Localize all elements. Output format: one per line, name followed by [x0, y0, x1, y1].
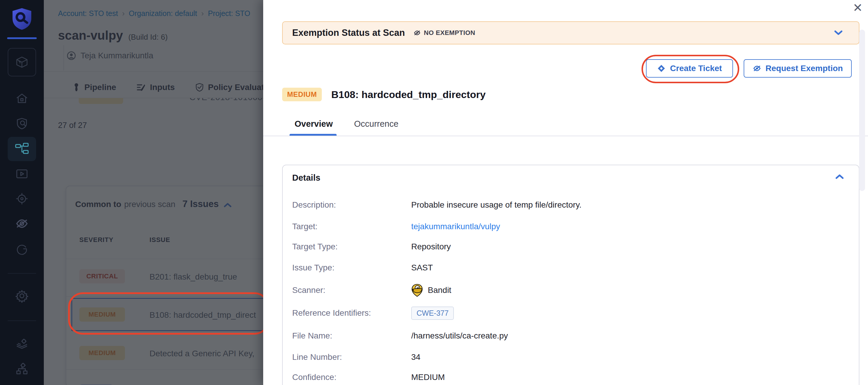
pipelines-icon — [14, 143, 29, 155]
banner-title: Exemption Status at Scan — [292, 28, 405, 38]
detail-row-scanner: Scanner: Bandit — [292, 283, 451, 297]
detail-value: MEDIUM — [411, 373, 445, 382]
gear-icon — [15, 289, 29, 303]
annotation-highlight-selected-row — [68, 292, 270, 335]
sto-logo-icon[interactable] — [0, 7, 44, 31]
nav-org-settings-button[interactable] — [0, 336, 44, 350]
details-card: Details Description: Probable insecure u… — [282, 165, 860, 385]
detail-row-description: Description: Probable insecure usage of … — [292, 198, 582, 212]
detail-label: Description: — [292, 200, 411, 210]
chevron-up-icon[interactable] — [835, 174, 844, 179]
nav-home-button[interactable] — [0, 92, 44, 106]
request-exemption-button[interactable]: Request Exemption — [744, 59, 852, 78]
detail-value: Repository — [411, 242, 451, 251]
detail-label: Target: — [292, 222, 411, 231]
issue-severity-badge: MEDIUM — [282, 88, 322, 101]
eye-slash-icon — [752, 64, 762, 72]
eye-slash-icon — [15, 217, 29, 230]
layers-gear-icon — [15, 336, 29, 350]
bandit-scanner-icon — [411, 284, 423, 297]
chevron-down-icon[interactable] — [834, 30, 843, 36]
active-module-indicator — [7, 37, 37, 39]
issue-title: B108: hardcoded_tmp_directory — [331, 89, 486, 100]
nav-exemptions-button[interactable] — [0, 217, 44, 230]
detail-row-line-number: Line Number: 34 — [292, 350, 421, 364]
detail-label: Confidence: — [292, 373, 411, 382]
target-link[interactable]: tejakummarikuntla/vulpy — [411, 222, 500, 231]
details-heading: Details — [292, 173, 320, 183]
home-icon — [15, 92, 29, 106]
detail-value: Bandit — [428, 286, 451, 295]
divider — [263, 136, 868, 136]
exemption-status-banner[interactable]: Exemption Status at Scan NO EXEMPTION — [282, 21, 860, 45]
detail-label: Scanner: — [292, 286, 411, 295]
detail-label: Reference Identifiers: — [292, 308, 411, 318]
sidebar-divider — [8, 273, 36, 274]
cube-icon — [14, 55, 30, 70]
detail-value: SAST — [411, 263, 433, 272]
button-label: Request Exemption — [766, 64, 843, 73]
detail-label: Target Type: — [292, 242, 411, 251]
nav-project-settings-button[interactable] — [0, 289, 44, 303]
detail-label: File Name: — [292, 331, 411, 340]
nav-scans-button[interactable] — [0, 117, 44, 130]
detail-row-file-name: File Name: /harness/utils/ca-create.py — [292, 329, 508, 343]
detail-value: /harness/utils/ca-create.py — [411, 331, 508, 340]
detail-row-target-type: Target Type: Repository — [292, 240, 451, 254]
detail-label: Issue Type: — [292, 263, 411, 272]
detail-row-target: Target: tejakummarikuntla/vulpy — [292, 219, 500, 234]
detail-row-confidence: Confidence: MEDIUM — [292, 370, 445, 384]
play-video-icon — [15, 167, 29, 181]
tab-overview[interactable]: Overview — [294, 119, 333, 129]
exemption-status: NO EXEMPTION — [413, 29, 475, 37]
app-window: Account: STO test › Organization: defaul… — [0, 0, 868, 385]
sidebar-divider — [8, 320, 36, 321]
status-text: NO EXEMPTION — [424, 29, 475, 37]
annotation-highlight-create-ticket — [642, 55, 739, 83]
nav-getting-started-button[interactable] — [0, 242, 44, 255]
close-icon[interactable]: ✕ — [851, 0, 864, 16]
module-selector-button[interactable] — [8, 48, 36, 77]
shield-search-logo-icon — [11, 7, 33, 31]
issue-details-drawer: ✕ Exemption Status at Scan NO EXEMPTION … — [263, 0, 868, 385]
detail-row-reference-identifiers: Reference Identifiers: CWE-377 — [292, 306, 454, 320]
nav-pipelines-button-active[interactable] — [8, 137, 36, 161]
drawer-tabs: Overview Occurrence — [294, 119, 399, 129]
shield-search-icon — [15, 117, 29, 130]
scanner-value: Bandit — [411, 284, 451, 297]
cwe-badge[interactable]: CWE-377 — [411, 306, 454, 320]
detail-value: 34 — [411, 352, 421, 362]
detail-label: Line Number: — [292, 352, 411, 362]
network-gear-icon — [15, 362, 29, 376]
left-nav-sidebar — [0, 0, 44, 385]
detail-row-issue-type: Issue Type: SAST — [292, 261, 433, 275]
detail-value: Probable insecure usage of temp file/dir… — [411, 200, 582, 210]
power-icon — [16, 242, 28, 255]
tab-occurrence[interactable]: Occurrence — [354, 119, 399, 129]
target-crosshair-icon — [15, 192, 29, 206]
nav-targets-button[interactable] — [0, 192, 44, 206]
nav-account-settings-button[interactable] — [0, 362, 44, 376]
nav-executions-button[interactable] — [0, 167, 44, 181]
eye-slash-icon — [413, 29, 421, 36]
drawer-scrollbar-thumb[interactable] — [859, 30, 865, 191]
